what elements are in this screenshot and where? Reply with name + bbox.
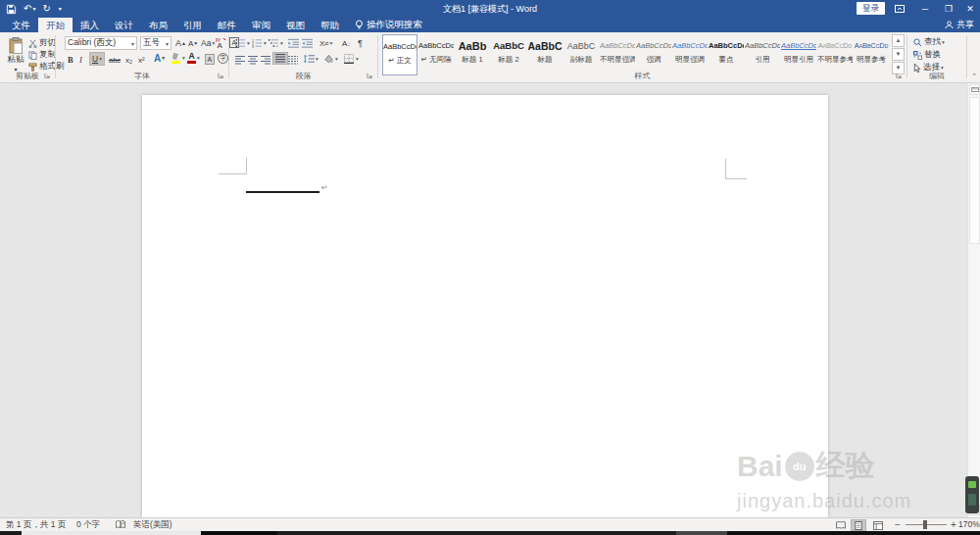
bold-button[interactable]: B [68,54,74,66]
grow-font-button[interactable]: A▲ [175,37,186,49]
show-hide-marks-icon[interactable]: ¶ [358,37,363,49]
sort-icon[interactable]: A↓ [342,37,351,49]
align-right-icon[interactable] [261,54,270,66]
tab-insert[interactable]: 插入 [73,18,107,32]
styles-group-label: 样式 [378,71,906,81]
font-color-icon[interactable]: A ▾ [187,52,200,64]
align-center-icon[interactable] [248,54,258,66]
zoom-in-icon[interactable]: + [951,518,956,531]
tab-layout[interactable]: 布局 [141,18,175,32]
subscript-button[interactable]: x₂ [125,54,132,66]
text-effects-icon[interactable]: A▾ [154,52,165,64]
tab-file[interactable]: 文件 [4,18,38,32]
ruler-toggle-icon[interactable] [969,84,980,95]
typed-underline-text[interactable] [246,191,319,193]
floating-widget[interactable] [965,476,979,513]
ribbon-display-options-icon[interactable] [888,0,911,18]
styles-scroll-up-icon[interactable]: ▲ [892,34,905,47]
text-highlight-icon[interactable]: ▾ [171,52,185,64]
replace-label: 替换 [924,49,941,61]
style-quote[interactable]: AaBbCcDd引用 [745,34,780,75]
increase-indent-icon[interactable] [302,37,313,49]
collapse-ribbon-icon[interactable]: ⌃ [971,73,977,80]
paste-label: 粘贴 [8,54,24,66]
style-no-spacing[interactable]: AaBbCcDd↵ 无间隔 [418,34,454,75]
restore-button[interactable]: ❐ [937,0,960,18]
tab-help[interactable]: 帮助 [313,18,347,32]
margin-mark-top-right [725,159,726,179]
tab-view[interactable]: 视图 [278,18,313,32]
scrollbar-thumb[interactable] [969,97,980,244]
style-title[interactable]: AaBbC标题 [527,34,563,75]
style-heading-2[interactable]: AaBbC标题 2 [491,34,526,75]
style-intense-reference[interactable]: AaBbCcDd明显参考 [854,34,889,75]
line-spacing-icon[interactable]: ▾ [304,53,318,65]
minimize-button[interactable]: ─ [913,0,937,18]
margin-mark-top-left [246,158,247,174]
enclose-characters-icon[interactable]: 字 [218,52,228,64]
numbering-icon[interactable]: 123▾ [252,37,267,49]
justify-icon[interactable] [272,52,288,65]
shading-icon[interactable]: ▾ [323,53,338,65]
read-mode-icon[interactable] [833,519,849,531]
style-strong[interactable]: AaBbCcDd要点 [709,34,744,75]
zoom-level[interactable]: 170% [958,518,980,531]
tab-design[interactable]: 设计 [107,18,141,32]
replace-button[interactable]: 替换 [913,49,941,61]
style-normal[interactable]: AaBbCcDd↵ 正文 [382,34,417,75]
tab-mailings[interactable]: 邮件 [210,18,244,32]
style-intense-emphasis[interactable]: AaBbCcDd明显强调 [672,34,708,75]
style-subtle-emphasis[interactable]: AaBbCcDd不明显强调 [600,34,635,75]
taskbar-segment [201,531,277,535]
word-count[interactable]: 0 个字 [76,518,100,531]
style-subtitle[interactable]: AaBbC副标题 [564,34,599,75]
superscript-button[interactable]: x² [138,54,145,66]
taskbar-sliver [0,531,980,535]
character-shading-icon[interactable]: A [205,53,215,65]
copy-button[interactable]: 复制 [28,49,56,61]
style-heading-1[interactable]: AaBb标题 1 [455,34,490,75]
share-button[interactable]: 共享 [945,18,974,32]
strikethrough-button[interactable]: abc [109,54,121,66]
tab-home[interactable]: 开始 [38,18,73,32]
style-emphasis[interactable]: AaBbCcDd强调 [636,34,671,75]
language-status[interactable]: 英语(美国) [133,518,172,531]
tab-review[interactable]: 审阅 [244,18,278,32]
italic-button[interactable]: I [79,54,82,66]
cut-button[interactable]: 剪切 [28,37,56,49]
styles-dialog-launcher-icon[interactable] [896,73,904,80]
style-intense-quote[interactable]: AaBbCcDd明显引用 [781,34,816,75]
font-dialog-launcher-icon[interactable] [218,73,225,80]
zoom-out-icon[interactable]: − [895,518,901,531]
web-layout-icon[interactable] [870,519,886,531]
change-case-button[interactable]: Aa▾ [201,37,215,49]
bullets-icon[interactable]: ▾ [235,37,250,49]
align-left-icon[interactable] [235,54,245,66]
document-canvas[interactable]: ↵ Bai du 经验 jingyan.baidu.com [0,83,980,517]
shrink-font-button[interactable]: A▼ [188,37,198,49]
multilevel-list-icon[interactable]: ▾ [269,37,283,49]
find-button[interactable]: 查找▾ [913,36,945,48]
borders-icon[interactable]: ▾ [344,53,359,65]
chevron-down-icon: ▾ [131,40,134,47]
clipboard-dialog-launcher-icon[interactable] [44,73,52,80]
decrease-indent-icon[interactable] [288,37,299,49]
asian-layout-icon[interactable]: X⇄▾ [319,37,332,49]
style-subtle-reference[interactable]: AaBbCcDd不明显参考 [817,34,853,75]
tell-me-search[interactable]: 操作说明搜索 [347,18,430,32]
vertical-scrollbar[interactable]: ▼ [967,83,980,517]
sign-in-button[interactable]: 登录 [857,2,885,15]
underline-button[interactable]: U▾ [89,52,105,66]
print-layout-icon[interactable] [851,519,866,531]
close-button[interactable]: ✕ [960,0,980,18]
tab-references[interactable]: 引用 [175,18,210,32]
page-info[interactable]: 第 1 页，共 1 页 [6,518,66,531]
phonetic-guide-icon[interactable]: pyA [216,36,226,48]
distribute-icon[interactable] [288,54,298,66]
font-name-combo[interactable]: Calibri (西文) ▾ [65,36,137,50]
proofing-status-icon[interactable] [116,520,125,529]
font-size-combo[interactable]: 五号 ▾ [140,36,172,50]
paragraph-dialog-launcher-icon[interactable] [367,73,374,80]
styles-scroll-down-icon[interactable]: ▼ [892,48,905,61]
zoom-slider-thumb[interactable] [923,520,927,529]
